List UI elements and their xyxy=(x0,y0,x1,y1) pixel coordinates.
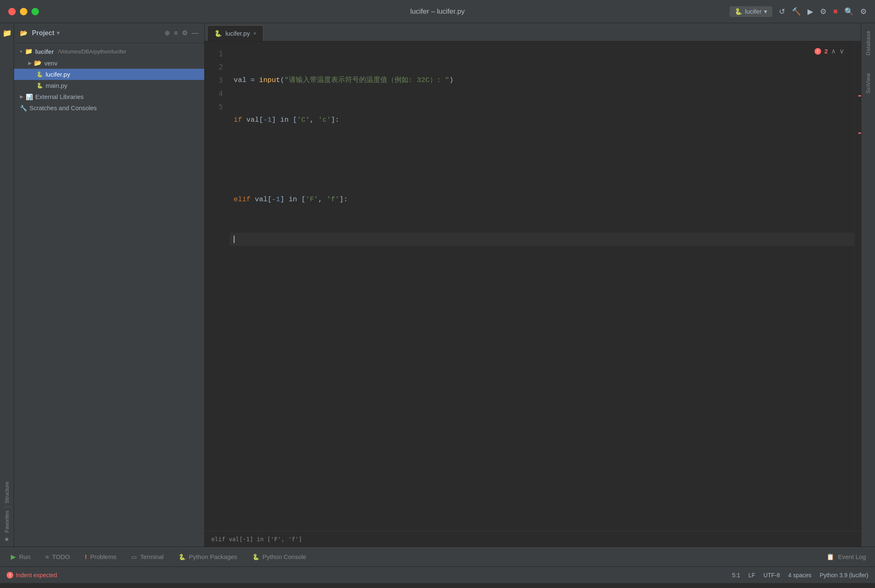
project-header-icons: ⊕ ≡ ⚙ — xyxy=(164,29,198,37)
tree-item-label: Scratches and Consoles xyxy=(29,104,97,111)
structure-label[interactable]: Structure xyxy=(4,482,10,504)
project-title: Project ▾ xyxy=(32,29,60,37)
code-line-1: val = input("请输入带温度表示符号的温度值（例如: 32C）: ") xyxy=(230,74,861,87)
code-line-3 xyxy=(230,153,861,166)
favorites-star-icon: ★ xyxy=(4,536,10,542)
bottom-toolbar: ▶ Run ≡ TODO ! Problems ▭ Terminal 🐍 Pyt… xyxy=(0,547,875,566)
tab-python-packages[interactable]: 🐍 Python Packages xyxy=(172,549,244,564)
run-coverage-icon[interactable]: ▶ xyxy=(807,7,813,16)
sidebar-tab-project[interactable]: 📁 xyxy=(1,27,13,39)
tab-problems[interactable]: ! Problems xyxy=(78,549,123,564)
right-sidebar: Database SciView xyxy=(861,23,875,547)
chevron-right-icon: ▶ xyxy=(20,94,23,99)
build-icon[interactable]: 🔨 xyxy=(792,7,801,16)
line-number-1: 1 xyxy=(205,47,223,60)
minimize-button[interactable] xyxy=(20,8,27,15)
editor-tabs: 🐍 lucifer.py × xyxy=(205,23,861,41)
chevron-down-icon: ▾ xyxy=(20,49,22,54)
error-dot-icon: ! xyxy=(815,48,821,55)
editor-content[interactable]: 1 2 3 4 5 val = input("请输入带温度表示符号的温度值（例如… xyxy=(205,41,861,531)
py-icon: 🐍 xyxy=(214,30,222,37)
status-right: 5:1 LF UTF-8 4 spaces Python 3.9 (lucife… xyxy=(732,572,868,578)
editor-area: 🐍 lucifer.py × 1 2 3 4 5 val = input("请输… xyxy=(205,23,861,547)
search-icon[interactable]: 🔍 xyxy=(844,7,853,16)
window-controls xyxy=(8,8,39,15)
tab-terminal[interactable]: ▭ Terminal xyxy=(125,549,170,564)
tree-item-venv[interactable]: ▶ 📂 venv xyxy=(14,57,204,69)
tree-item-lucifer-root[interactable]: ▾ 📁 lucifer /Volumes/DBA/python/lucifer xyxy=(14,46,204,57)
py-file-icon: 🐍 xyxy=(36,71,43,77)
status-indent[interactable]: 4 spaces xyxy=(788,572,811,578)
tree-item-external-libraries[interactable]: ▶ 📊 External Libraries xyxy=(14,91,204,102)
right-tab-database[interactable]: Database xyxy=(863,27,873,59)
error-nav-down-icon[interactable]: ∨ xyxy=(839,47,844,55)
right-tab-sciview[interactable]: SciView xyxy=(863,70,873,97)
profile-button[interactable]: 🐍 lucifer ▾ xyxy=(730,6,772,17)
settings-icon[interactable]: ⚙ xyxy=(860,7,867,16)
error-indicator: ! 2 ∧ ∨ xyxy=(815,47,844,55)
profile-icon: 🐍 xyxy=(735,8,742,15)
tree-item-label: lucifer xyxy=(35,48,54,55)
collapse-icon[interactable]: ≡ xyxy=(174,29,178,37)
line-numbers: 1 2 3 4 5 xyxy=(205,41,230,531)
status-interpreter[interactable]: Python 3.9 (lucifer) xyxy=(820,572,869,578)
folder-icon: 📂 xyxy=(20,29,28,37)
tree-item-label: lucifer.py xyxy=(46,71,70,78)
folder-icon: 📁 xyxy=(25,48,33,55)
terminal-icon: ▭ xyxy=(131,554,137,560)
text-cursor xyxy=(234,236,234,243)
tree-item-main-py[interactable]: 🐍 main.py xyxy=(14,80,204,91)
tab-python-console[interactable]: 🐍 Python Console xyxy=(246,549,313,564)
code-token: val xyxy=(234,74,247,87)
tab-todo[interactable]: ≡ TODO xyxy=(39,549,77,564)
run-icon: ▶ xyxy=(11,553,16,561)
maximize-button[interactable] xyxy=(31,8,39,15)
status-error-text: Indent expected xyxy=(16,572,57,578)
folder-icon: 📂 xyxy=(34,59,42,67)
event-log-tab[interactable]: 📋 Event Log xyxy=(822,553,871,561)
debug-icon[interactable]: ⚙ xyxy=(820,7,827,16)
scratches-icon: 🔧 xyxy=(20,105,27,111)
status-line-ending[interactable]: LF xyxy=(748,572,755,578)
library-icon: 📊 xyxy=(26,94,33,100)
chevron-right-icon: ▶ xyxy=(28,60,31,66)
editor-tab-lucifer-py[interactable]: 🐍 lucifer.py × xyxy=(207,25,263,41)
event-log-icon: 📋 xyxy=(827,553,834,561)
tree-item-scratches[interactable]: 🔧 Scratches and Consoles xyxy=(14,102,204,113)
minimize-panel-icon[interactable]: — xyxy=(192,29,198,37)
problems-icon: ! xyxy=(85,553,87,560)
window-title: lucifer – lucifer.py xyxy=(410,7,464,16)
event-log-label: Event Log xyxy=(838,553,866,560)
status-encoding[interactable]: UTF-8 xyxy=(764,572,780,578)
stop-icon[interactable]: ■ xyxy=(833,7,838,16)
add-icon[interactable]: ⊕ xyxy=(164,29,170,37)
error-count: 2 xyxy=(824,48,828,55)
left-sidebar-tabs: 📁 Structure Favorites ★ xyxy=(0,23,14,547)
line-number-2: 2 xyxy=(205,60,223,74)
py-file-icon: 🐍 xyxy=(36,82,43,89)
settings-icon[interactable]: ⚙ xyxy=(182,29,188,37)
tree-item-label: main.py xyxy=(46,82,68,89)
tab-python-console-label: Python Console xyxy=(263,553,307,560)
close-button[interactable] xyxy=(8,8,16,15)
favorites-label[interactable]: Favorites xyxy=(4,511,10,533)
tab-todo-label: TODO xyxy=(52,553,70,560)
error-nav-up-icon[interactable]: ∧ xyxy=(831,47,836,55)
status-bar: ! Indent expected 5:1 LF UTF-8 4 spaces … xyxy=(0,566,875,583)
chevron-down-icon[interactable]: ▾ xyxy=(57,30,60,36)
status-position[interactable]: 5:1 xyxy=(732,572,740,578)
code-line-5 xyxy=(230,233,861,246)
error-marker-2 xyxy=(858,133,861,134)
tab-close-button[interactable]: × xyxy=(253,30,256,36)
profile-label: lucifer xyxy=(745,8,761,15)
file-tree: ▾ 📁 lucifer /Volumes/DBA/python/lucifer … xyxy=(14,43,204,547)
refresh-icon[interactable]: ↺ xyxy=(779,7,785,16)
code-editor[interactable]: val = input("请输入带温度表示符号的温度值（例如: 32C）: ")… xyxy=(230,41,861,531)
breadcrumb-text: elif val[-1] in ['F', 'f'] xyxy=(211,536,302,542)
chevron-down-icon: ▾ xyxy=(764,8,767,15)
status-error: ! Indent expected xyxy=(7,572,57,578)
scrollbar-track[interactable] xyxy=(854,41,861,531)
tab-run[interactable]: ▶ Run xyxy=(4,549,37,564)
tree-item-lucifer-py[interactable]: 🐍 lucifer.py xyxy=(14,69,204,80)
main-layout: 📁 Structure Favorites ★ 📂 Project ▾ ⊕ ≡ … xyxy=(0,23,875,547)
